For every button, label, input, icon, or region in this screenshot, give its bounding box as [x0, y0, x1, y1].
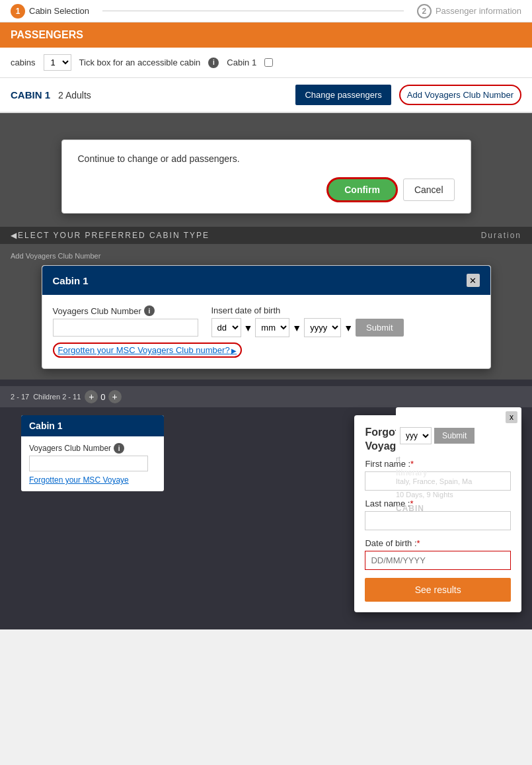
lower-content-row: Cabin 1 Voyagers Club Number i Forgotten… — [0, 407, 532, 616]
dob-row: dd ▼ mm ▼ yyyy ▼ Submit — [211, 318, 404, 337]
tick-label: Tick box for an accessible cabin — [79, 58, 201, 67]
dob-forgotten-input[interactable] — [365, 551, 511, 570]
cabin1-voyagers-label: Voyagers Club Number i — [29, 443, 156, 454]
nav-step-2[interactable]: 2 Passenger information — [417, 4, 521, 19]
cancel-button[interactable]: Cancel — [403, 179, 455, 201]
right-submit-button[interactable]: Submit — [434, 428, 475, 444]
dob-mm-select[interactable]: mm — [255, 318, 289, 337]
pax-decrement-button[interactable]: + — [85, 390, 98, 403]
right-box-spacer — [400, 407, 517, 427]
overlay-area-2: Add Voyagers Club Number Cabin 1 ✕ Voyag… — [0, 244, 532, 380]
cabin1-forgotten-link[interactable]: Forgotten your MSC Voyaye — [29, 475, 156, 485]
voyagers-dialog-header: Cabin 1 ✕ — [42, 266, 490, 295]
cabin1-voyagers-input[interactable] — [29, 456, 148, 471]
age-label-2: Children 2 - 11 — [33, 393, 81, 401]
last-name-input[interactable] — [365, 511, 511, 530]
cabin-row: CABIN 1 2 Adults Change passengers Add V… — [0, 78, 532, 113]
cabin1-checkbox[interactable] — [264, 58, 273, 67]
cabins-select[interactable]: 1 2 3 — [44, 54, 71, 71]
voyagers-form-row: Voyagers Club Number i Insert date of bi… — [53, 305, 480, 337]
confirm-button[interactable]: Confirm — [326, 177, 398, 202]
accessible-info-icon[interactable]: i — [208, 58, 219, 68]
confirm-message: Continue to change or add passengers. — [78, 153, 455, 164]
dob-dd-select[interactable]: dd — [211, 318, 241, 337]
cabin1-box-body: Voyagers Club Number i Forgotten your MS… — [21, 436, 164, 491]
cabin1-checkbox-label: Cabin 1 — [227, 58, 256, 67]
voyagers-submit-button[interactable]: Submit — [356, 319, 403, 337]
bottom-cabin-label: CABIN — [396, 504, 521, 513]
add-voyagers-button[interactable]: Add Voyagers Club Number — [399, 85, 521, 105]
passengers-header: PASSENGERS — [0, 22, 532, 48]
right-hint-text: rt — [396, 455, 521, 463]
forgotten-link[interactable]: Forgotten your MSC Voyagers Club number? — [53, 342, 243, 358]
cabin1-voyagers-field: Voyagers Club Number i — [29, 443, 156, 471]
voyagers-info-icon[interactable]: i — [144, 305, 155, 316]
adults-info: 2 Adults — [58, 90, 287, 101]
dob-mm-arrow: ▼ — [292, 323, 301, 333]
itinerary-block: Itinerary Italy, France, Spain, Ma — [396, 468, 521, 485]
change-passengers-button[interactable]: Change passengers — [295, 85, 391, 105]
right-side-info: x yyy Submit rt Itinerary Italy, France,… — [396, 407, 521, 513]
dob-yyyy-select[interactable]: yyyy — [304, 318, 341, 337]
dob-section: Insert date of birth dd ▼ mm ▼ yyyy — [211, 305, 404, 337]
nav-divider — [102, 11, 404, 11]
step1-label: Cabin Selection — [29, 6, 89, 16]
overlay-area-1: Continue to change or add passengers. Co… — [0, 113, 532, 244]
bg-hint: Add Voyagers Club Number — [0, 251, 532, 261]
step1-circle: 1 — [11, 4, 25, 19]
dob-field: Date of birth :* — [365, 538, 511, 570]
confirm-btn-row: Confirm Cancel — [78, 177, 455, 202]
select-cabin-label: ◀ELECT YOUR PREFERRED CABIN TYPE — [11, 231, 209, 240]
dob-label: Insert date of birth — [211, 305, 404, 315]
voyagers-number-label: Voyagers Club Number i — [53, 305, 198, 316]
pax-number: 0 — [100, 392, 105, 402]
cabin1-info-icon[interactable]: i — [114, 443, 124, 454]
top-navigation: 1 Cabin Selection 2 Passenger informatio… — [0, 0, 532, 22]
right-yy-select[interactable]: yyy — [400, 427, 432, 444]
pax-background-row: 2 - 17 Children 2 - 11 + 0 + — [0, 386, 532, 407]
pax-increment-button[interactable]: + — [108, 390, 122, 403]
step2-label: Passenger information — [436, 6, 521, 16]
voyagers-number-input[interactable] — [53, 319, 198, 337]
voyagers-dialog: Cabin 1 ✕ Voyagers Club Number i Insert … — [42, 265, 491, 369]
nav-step-1[interactable]: 1 Cabin Selection — [11, 4, 89, 19]
see-results-button[interactable]: See results — [365, 578, 511, 602]
cabin1-box-header: Cabin 1 — [21, 415, 164, 436]
duration-value: 10 Days, 9 Nights — [396, 491, 521, 499]
bg-strip: ◀ELECT YOUR PREFERRED CABIN TYPE Duratio… — [0, 227, 532, 244]
cabins-label: cabins — [11, 58, 36, 67]
step2-circle: 2 — [417, 4, 432, 19]
right-close-box: x yyy Submit — [396, 407, 521, 450]
voyagers-dialog-body: Voyagers Club Number i Insert date of bi… — [42, 295, 490, 368]
dob-dd-arrow: ▼ — [244, 323, 253, 333]
cabin-title: CABIN 1 — [11, 89, 50, 101]
itinerary-label: Itinerary — [396, 468, 521, 477]
passengers-bar: cabins 1 2 3 Tick box for an accessible … — [0, 48, 532, 78]
right-submit-row: yyy Submit — [400, 427, 517, 444]
voyagers-number-field: Voyagers Club Number i — [53, 305, 198, 337]
voyagers-close-button[interactable]: ✕ — [467, 274, 480, 287]
right-box-close-button[interactable]: x — [506, 411, 517, 423]
confirm-dialog: Continue to change or add passengers. Co… — [61, 140, 471, 214]
pax-counter: + 0 + — [85, 390, 121, 403]
voyagers-header-title: Cabin 1 — [53, 275, 89, 286]
dob-yyyy-arrow: ▼ — [344, 323, 353, 333]
itinerary-value: Italy, France, Spain, Ma — [396, 477, 521, 485]
dob-forgotten-label: Date of birth :* — [365, 538, 511, 548]
lower-section: 2 - 17 Children 2 - 11 + 0 + Cabin 1 Voy… — [0, 380, 532, 629]
age-label-1: 2 - 17 — [11, 393, 29, 401]
cabin1-box: Cabin 1 Voyagers Club Number i Forgotten… — [21, 415, 164, 491]
duration-header: Duration — [481, 231, 521, 240]
